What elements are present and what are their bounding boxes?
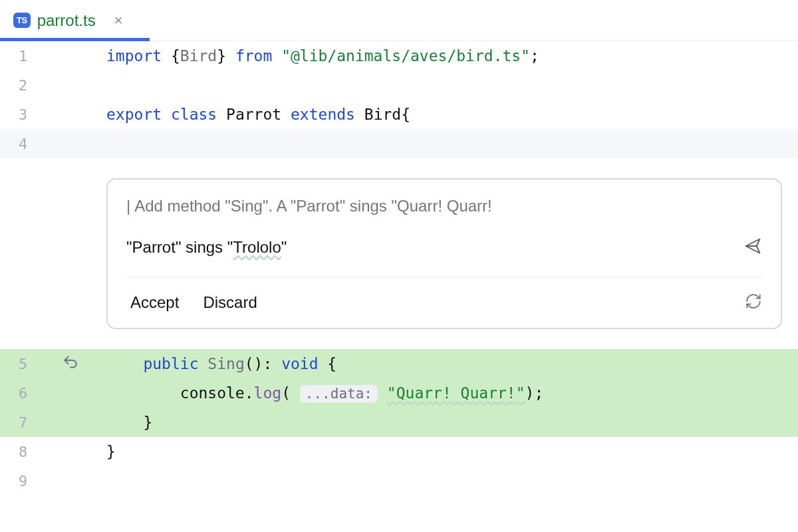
code-line-added[interactable]: 6 console.log( ...data: "Quarr! Quarr!")… [0,378,798,408]
keyword: from [235,47,272,65]
dot: . [245,384,254,402]
tab-active-indicator [0,38,150,41]
object: console [180,384,245,402]
keyword: import [106,47,162,65]
inlay-hint: ...data: [300,385,378,402]
brace: } [217,47,235,65]
brace: { [319,355,337,372]
indent [106,355,143,372]
ai-input[interactable]: "Parrot" sings "Trololo" [126,238,287,257]
paren: ); [525,384,544,402]
line-number: 7 [0,414,106,431]
code-line[interactable]: 9 [0,466,798,495]
instruction-content: Add method "Sing". A "Parrot" sings "Qua… [134,197,492,215]
ts-badge-icon: TS [13,13,31,28]
function-call: log [254,384,282,402]
discard-button[interactable]: Discard [199,291,261,315]
input-wavy-text: Trololo [233,238,281,256]
send-icon[interactable] [743,237,762,258]
ai-instruction-text: | Add method "Sing". A "Parrot" sings "Q… [126,197,762,215]
brace: } [106,443,116,460]
input-text: "Parrot" sings " [126,238,233,256]
code-line-added[interactable]: 7 } [0,408,798,437]
space [281,106,291,123]
line-number: 6 [0,385,106,402]
keyword: export [106,106,162,123]
code-line[interactable]: 8 } [0,437,798,466]
tab-filename: parrot.ts [37,11,96,30]
space [378,384,387,402]
indent [106,414,143,431]
indent [106,384,180,402]
caret-icon: | [126,197,130,215]
keyword: extends [291,106,355,123]
file-tab[interactable]: TS parrot.ts × [0,0,136,41]
code-line[interactable]: 2 [0,70,798,100]
space [162,106,171,123]
space [198,355,207,372]
undo-icon[interactable] [62,354,79,374]
close-icon[interactable]: × [114,13,123,28]
space [355,106,364,123]
brace: } [143,414,152,431]
paren: ( [281,384,300,402]
code-line[interactable]: 1 import {Bird} from "@lib/animals/aves/… [0,41,798,70]
line-number: 1 [0,48,106,65]
keyword: void [281,355,318,372]
tab-bar: TS parrot.ts × [0,0,798,41]
string-literal: "Quarr! Quarr!" [387,384,525,402]
space [272,47,281,65]
string-literal: "@lib/animals/aves/bird.ts" [281,47,530,65]
line-number: 5 [0,354,106,374]
space [217,106,226,123]
line-number: 4 [0,136,106,152]
line-number: 3 [0,106,106,123]
input-text: " [281,238,287,256]
parens: (): [245,355,281,372]
brace: { [401,106,410,123]
line-number: 2 [0,77,106,94]
code-line-added[interactable]: 5 public Sing(): void { [0,349,798,378]
keyword: public [143,355,198,372]
semicolon: ; [530,47,539,65]
keyword: class [171,106,217,123]
ai-suggestion-panel: | Add method "Sing". A "Parrot" sings "Q… [106,178,782,329]
brace: { [162,47,180,65]
base-class: Bird [364,106,401,123]
line-number: 9 [0,473,106,489]
line-number: 8 [0,444,106,460]
identifier: Bird [180,47,217,65]
refresh-icon[interactable] [745,293,762,313]
class-name: Parrot [226,106,281,123]
code-line-active[interactable]: 4 [0,129,798,158]
accept-button[interactable]: Accept [126,291,183,315]
method-name: Sing [207,355,244,372]
code-line[interactable]: 3 export class Parrot extends Bird{ [0,100,798,129]
